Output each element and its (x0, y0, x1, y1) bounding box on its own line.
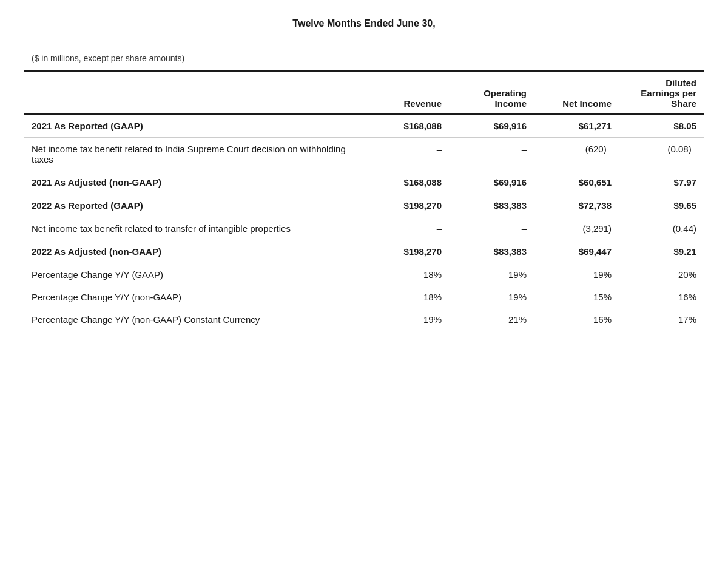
table-cell-desc: 2021 As Adjusted (non-GAAP) (24, 171, 364, 194)
table-cell-revenue: – (364, 138, 449, 171)
table-cell-operatingIncome: – (449, 138, 534, 171)
table-cell-dilutedEarnings: 16% (619, 286, 704, 308)
table-cell-netIncome: 16% (534, 308, 619, 331)
table-row: Percentage Change Y/Y (GAAP)18%19%19%20% (24, 263, 704, 286)
table-cell-revenue: $198,270 (364, 194, 449, 217)
table-cell-revenue: 19% (364, 308, 449, 331)
table-cell-desc: Percentage Change Y/Y (GAAP) (24, 263, 364, 286)
table-cell-operatingIncome: 19% (449, 263, 534, 286)
table-cell-netIncome: (3,291) (534, 217, 619, 240)
table-cell-operatingIncome: $83,383 (449, 194, 534, 217)
table-cell-revenue: $168,088 (364, 114, 449, 138)
table-cell-operatingIncome: $83,383 (449, 240, 534, 263)
table-cell-dilutedEarnings: 17% (619, 308, 704, 331)
page-title: Twelve Months Ended June 30, (24, 18, 704, 29)
table-cell-dilutedEarnings: $9.65 (619, 194, 704, 217)
table-row: 2022 As Adjusted (non-GAAP)$198,270$83,3… (24, 240, 704, 263)
table-cell-revenue: 18% (364, 286, 449, 308)
col-header-operating-income: Operating Income (449, 71, 534, 114)
table-cell-dilutedEarnings: $7.97 (619, 171, 704, 194)
col-header-desc (24, 71, 364, 114)
table-cell-desc: 2021 As Reported (GAAP) (24, 114, 364, 138)
table-row: Net income tax benefit related to transf… (24, 217, 704, 240)
table-cell-operatingIncome: 19% (449, 286, 534, 308)
table-row: Net income tax benefit related to India … (24, 138, 704, 171)
table-cell-netIncome: 19% (534, 263, 619, 286)
table-cell-operatingIncome: $69,916 (449, 114, 534, 138)
table-cell-netIncome: $69,447 (534, 240, 619, 263)
col-header-revenue: Revenue (364, 71, 449, 114)
table-cell-revenue: 18% (364, 263, 449, 286)
table-cell-desc: Percentage Change Y/Y (non-GAAP) Constan… (24, 308, 364, 331)
table-row: 2022 As Reported (GAAP)$198,270$83,383$7… (24, 194, 704, 217)
table-cell-netIncome: $60,651 (534, 171, 619, 194)
table-cell-dilutedEarnings: (0.44) (619, 217, 704, 240)
table-cell-netIncome: $72,738 (534, 194, 619, 217)
table-cell-netIncome: 15% (534, 286, 619, 308)
table-cell-operatingIncome: – (449, 217, 534, 240)
table-cell-desc: 2022 As Adjusted (non-GAAP) (24, 240, 364, 263)
table-row: Percentage Change Y/Y (non-GAAP) Constan… (24, 308, 704, 331)
col-header-net-income: Net Income (534, 71, 619, 114)
table-cell-desc: Percentage Change Y/Y (non-GAAP) (24, 286, 364, 308)
unit-note: ($ in millions, except per share amounts… (24, 47, 364, 71)
table-cell-dilutedEarnings: $9.21 (619, 240, 704, 263)
table-cell-revenue: – (364, 217, 449, 240)
table-cell-dilutedEarnings: $8.05 (619, 114, 704, 138)
table-cell-desc: 2022 As Reported (GAAP) (24, 194, 364, 217)
table-cell-desc: Net income tax benefit related to transf… (24, 217, 364, 240)
table-cell-desc: Net income tax benefit related to India … (24, 138, 364, 171)
table-row: Percentage Change Y/Y (non-GAAP)18%19%15… (24, 286, 704, 308)
table-cell-netIncome: (620)_ (534, 138, 619, 171)
table-cell-netIncome: $61,271 (534, 114, 619, 138)
table-cell-revenue: $168,088 (364, 171, 449, 194)
col-header-diluted-earnings: Diluted Earnings per Share (619, 71, 704, 114)
table-cell-operatingIncome: $69,916 (449, 171, 534, 194)
table-cell-operatingIncome: 21% (449, 308, 534, 331)
table-cell-dilutedEarnings: 20% (619, 263, 704, 286)
table-cell-revenue: $198,270 (364, 240, 449, 263)
table-row: 2021 As Reported (GAAP)$168,088$69,916$6… (24, 114, 704, 138)
table-row: 2021 As Adjusted (non-GAAP)$168,088$69,9… (24, 171, 704, 194)
table-cell-dilutedEarnings: (0.08)_ (619, 138, 704, 171)
